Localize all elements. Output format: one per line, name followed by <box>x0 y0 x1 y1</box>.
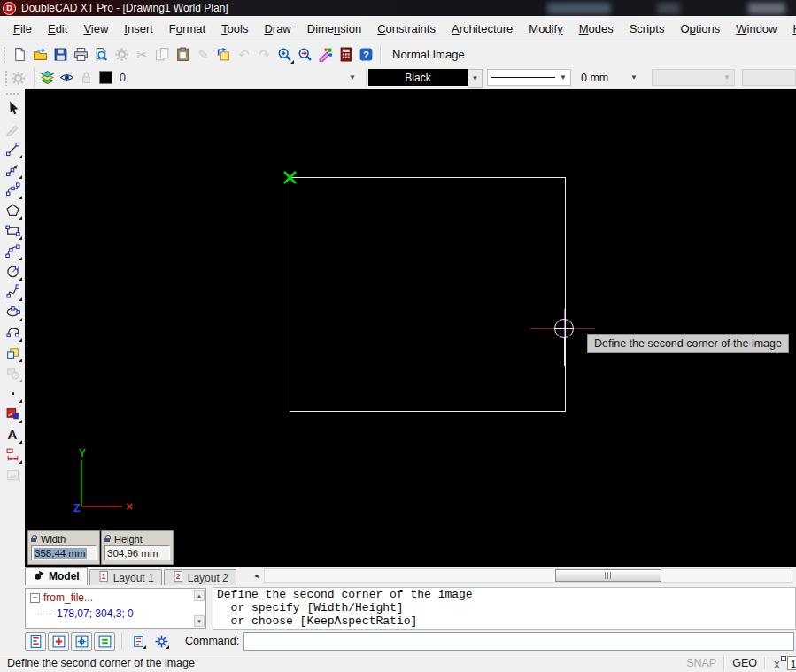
paste-icon[interactable] <box>174 45 193 65</box>
point-tool-icon[interactable] <box>2 383 23 404</box>
arc-segment-tool-icon[interactable] <box>2 322 23 343</box>
spline-tool-icon[interactable] <box>2 282 23 302</box>
chevron-down-icon[interactable]: ▼ <box>349 73 356 81</box>
polygon-tool-icon[interactable] <box>2 200 23 220</box>
height-value: 304,96 mm <box>107 548 158 559</box>
open-drawing-icon[interactable] <box>31 45 50 65</box>
paste-special-icon[interactable] <box>214 45 234 65</box>
prompt-menu-icon[interactable] <box>129 632 147 650</box>
menu-insert[interactable]: Insert <box>116 22 161 35</box>
coordinate-x-field[interactable]: 1 <box>787 656 796 670</box>
image-tool-icon[interactable] <box>2 404 23 424</box>
property-settings-icon <box>9 68 28 88</box>
rectangle-tool-icon[interactable] <box>2 220 23 241</box>
menu-file[interactable]: File <box>5 22 40 35</box>
snap-toggle[interactable]: SNAP <box>686 657 716 669</box>
menu-architecture[interactable]: Architecture <box>444 22 521 35</box>
scroll-down-icon[interactable]: ▼ <box>194 615 205 627</box>
visibility-eye-icon[interactable] <box>57 68 76 88</box>
pen-color-dropdown-button[interactable]: ▼ <box>468 69 483 88</box>
zoom-previous-icon[interactable] <box>296 45 315 65</box>
circle-tool-icon[interactable] <box>2 261 23 282</box>
prompt-history-icon[interactable] <box>25 632 46 651</box>
line-width-value: 0 mm <box>581 72 608 84</box>
drawing-canvas[interactable]: Define the second corner of the image Y … <box>25 89 796 567</box>
width-value: 358,44 mm <box>34 548 87 559</box>
menu-draw[interactable]: Draw <box>256 22 298 35</box>
tab-layout-2[interactable]: 2Layout 2 <box>164 569 236 585</box>
model-tab-icon <box>33 569 45 584</box>
print-preview-icon[interactable] <box>92 45 112 65</box>
menu-modes[interactable]: Modes <box>571 22 622 35</box>
new-document-icon[interactable] <box>11 45 30 65</box>
snap-point-icon[interactable] <box>71 632 92 651</box>
menu-options[interactable]: Options <box>672 22 728 35</box>
menu-window[interactable]: Window <box>728 22 784 35</box>
equals-constraint-icon[interactable] <box>94 632 115 651</box>
insert-entity-icon[interactable] <box>2 343 23 363</box>
snap-modes-icon[interactable] <box>152 632 170 650</box>
copy-icon <box>153 45 173 65</box>
ellipse-tool-icon[interactable] <box>2 302 23 322</box>
tree-collapse-icon[interactable]: − <box>30 593 40 603</box>
lock-icon[interactable] <box>31 535 38 543</box>
tab-model[interactable]: Model <box>25 567 88 585</box>
calculator-icon[interactable] <box>336 45 356 65</box>
app-logo-icon: D <box>3 2 16 15</box>
line-width-selector[interactable]: 0 mm ▼ <box>577 69 641 86</box>
title-bar[interactable]: D DoubleCAD XT Pro - [Drawing1 World Pla… <box>0 0 796 16</box>
help-icon[interactable]: ? <box>357 45 376 65</box>
tab-layout-1[interactable]: 1Layout 1 <box>89 569 162 585</box>
pen-color-icon[interactable] <box>316 45 336 65</box>
width-input-panel: Width 358,44 mm <box>27 530 100 565</box>
dimension-tool-icon[interactable] <box>2 444 23 465</box>
zoom-in-icon[interactable] <box>275 45 295 65</box>
line-style-selector[interactable]: ▼ <box>487 69 571 86</box>
tab-label: Layout 1 <box>113 572 154 584</box>
menu-format[interactable]: Format <box>161 22 213 35</box>
tree-root-item[interactable]: from_file... <box>43 591 93 604</box>
horizontal-scrollbar[interactable] <box>264 568 792 583</box>
menu-scripts[interactable]: Scripts <box>622 22 673 35</box>
lock-icon[interactable] <box>104 535 112 543</box>
layers-icon[interactable] <box>37 68 57 88</box>
toolbar-grip[interactable] <box>5 92 19 97</box>
add-point-icon[interactable] <box>48 632 69 651</box>
geo-toggle[interactable]: GEO <box>732 657 757 669</box>
save-icon[interactable] <box>51 45 71 65</box>
menu-constraints[interactable]: Constraints <box>369 22 444 35</box>
scrollbar-grip-icon <box>605 572 613 579</box>
text-tool-icon[interactable]: A <box>2 424 23 444</box>
tab-scroll-left-button[interactable]: ◄ <box>251 569 262 583</box>
menu-dimension[interactable]: Dimension <box>299 22 369 35</box>
menu-modify[interactable]: Modify <box>521 22 570 35</box>
width-input[interactable]: 358,44 mm <box>31 545 97 560</box>
height-input[interactable]: 304,96 mm <box>104 545 170 560</box>
scroll-up-icon[interactable]: ▲ <box>194 590 205 601</box>
menu-edit[interactable]: Edit <box>40 22 75 35</box>
select-arrow-icon[interactable] <box>2 98 23 119</box>
layer-selector[interactable]: 0 ▼ <box>37 68 359 87</box>
tab-label: Layout 2 <box>188 572 228 584</box>
window-title: DoubleCAD XT Pro - [Drawing1 World Plan] <box>21 2 228 14</box>
height-label: Height <box>114 534 143 545</box>
menu-help[interactable]: Help <box>784 22 796 35</box>
command-input[interactable] <box>243 632 794 651</box>
status-indicators: SNAP GEO X 1 <box>686 655 796 670</box>
line-tool-icon[interactable] <box>2 139 23 159</box>
command-panel: − from_file... -178,07; 304,3; 0 ▲ ▼ Def… <box>0 585 796 653</box>
tree-coordinate-item[interactable]: -178,07; 304,3; 0 <box>53 607 134 620</box>
print-icon[interactable] <box>72 45 91 65</box>
menu-view[interactable]: View <box>75 22 116 35</box>
menu-tools[interactable]: Tools <box>213 22 256 35</box>
status-divider <box>723 657 725 669</box>
chevron-down-icon: ▼ <box>630 73 638 81</box>
curve-tool-icon[interactable] <box>2 180 23 200</box>
prompt-tree[interactable]: − from_file... -178,07; 304,3; 0 ▲ ▼ <box>25 588 206 629</box>
horizontal-scrollbar-thumb[interactable] <box>555 569 661 582</box>
command-history[interactable]: Define the second corner of the image or… <box>213 587 796 630</box>
polyline-tool-icon[interactable] <box>2 159 23 180</box>
arc-tool-icon[interactable] <box>2 241 23 261</box>
pen-color-selector[interactable]: Black <box>368 69 468 86</box>
toolbar-grip[interactable] <box>3 46 7 63</box>
